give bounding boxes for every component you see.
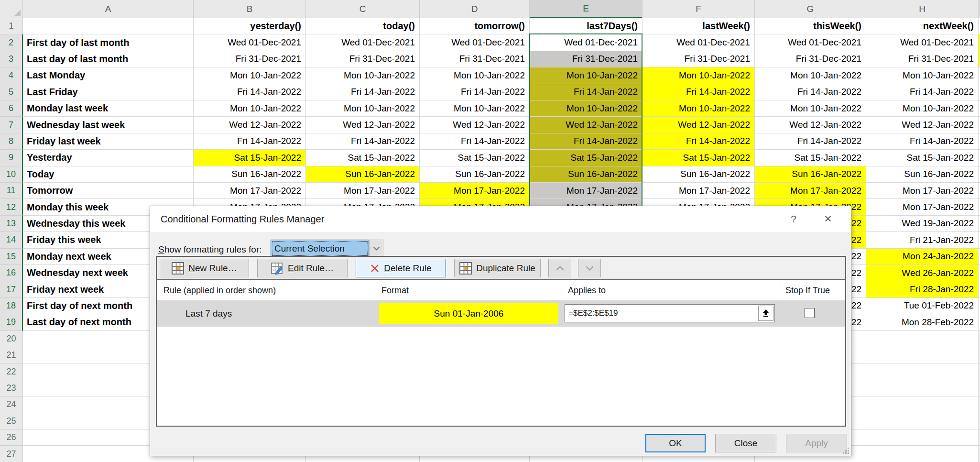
cell-A8[interactable]: Friday last week [23, 133, 194, 150]
cell-B3[interactable]: Fri 31-Dec-2021 [194, 51, 306, 67]
cell-D6[interactable]: Mon 10-Jan-2022 [420, 100, 530, 117]
cell-G11[interactable]: Mon 17-Jan-2022 [755, 183, 866, 199]
column-header-H[interactable]: H [866, 0, 979, 18]
row-header-10[interactable]: 10 [0, 166, 23, 183]
cell-D8[interactable]: Fri 14-Jan-2022 [420, 133, 530, 150]
resize-grip[interactable] [843, 448, 849, 454]
cell-A7[interactable]: Wednesday last week [23, 117, 194, 133]
cell-E7[interactable]: Wed 12-Jan-2022 [530, 117, 642, 133]
cell-H13[interactable]: Wed 19-Jan-2022 [866, 216, 979, 232]
cell-B7[interactable]: Wed 12-Jan-2022 [194, 117, 306, 133]
cell-F2[interactable]: Wed 01-Dec-2021 [642, 34, 755, 51]
cell-B5[interactable]: Fri 14-Jan-2022 [194, 84, 306, 100]
cell-F5[interactable]: Fri 14-Jan-2022 [642, 84, 755, 100]
row-header-20[interactable]: 20 [0, 331, 23, 347]
column-header-E[interactable]: E [530, 0, 642, 18]
cell-C7[interactable]: Wed 12-Jan-2022 [306, 117, 420, 133]
cell-B1[interactable]: yesterday() [194, 18, 306, 34]
cell-C2[interactable]: Wed 01-Dec-2021 [306, 34, 420, 51]
cell-F11[interactable]: Mon 17-Jan-2022 [642, 183, 755, 199]
row-header-19[interactable]: 19 [0, 314, 23, 330]
cell-B8[interactable]: Fri 14-Jan-2022 [194, 133, 306, 150]
cell-E5[interactable]: Fri 14-Jan-2022 [530, 84, 642, 100]
cell-H9[interactable]: Sat 15-Jan-2022 [866, 150, 979, 166]
apply-button[interactable]: Apply [786, 434, 847, 452]
cell-H22[interactable] [866, 363, 979, 380]
row-header-25[interactable]: 25 [0, 413, 23, 429]
cell-E4[interactable]: Mon 10-Jan-2022 [530, 67, 642, 84]
row-header-17[interactable]: 17 [0, 281, 23, 297]
cell-H7[interactable]: Wed 12-Jan-2022 [866, 117, 979, 133]
cell-C11[interactable]: Mon 17-Jan-2022 [306, 183, 420, 199]
column-header-A[interactable]: A [23, 0, 194, 18]
cell-D10[interactable]: Sun 16-Jan-2022 [420, 166, 530, 183]
cell-H5[interactable]: Fri 14-Jan-2022 [866, 84, 979, 100]
cell-B6[interactable]: Mon 10-Jan-2022 [194, 100, 306, 117]
cell-D9[interactable]: Sat 15-Jan-2022 [420, 150, 530, 166]
cell-F1[interactable]: lastWeek() [642, 18, 755, 34]
ok-button[interactable]: OK [645, 434, 706, 452]
cell-B2[interactable]: Wed 01-Dec-2021 [194, 34, 306, 51]
delete-rule-button[interactable]: Delete Rule [356, 259, 446, 277]
row-header-26[interactable]: 26 [0, 429, 23, 446]
cell-H25[interactable] [866, 413, 979, 429]
dialog-titlebar[interactable]: Conditional Formatting Rules Manager ? ✕ [150, 206, 851, 232]
cell-F7[interactable]: Wed 12-Jan-2022 [642, 117, 755, 133]
cell-D3[interactable]: Fri 31-Dec-2021 [420, 51, 530, 67]
cell-H3[interactable]: Fri 31-Dec-2021 [866, 51, 979, 67]
cell-H11[interactable]: Mon 17-Jan-2022 [866, 183, 979, 199]
column-header-F[interactable]: F [642, 0, 755, 18]
close-icon[interactable]: ✕ [818, 209, 838, 229]
stop-if-true-checkbox[interactable] [805, 308, 815, 318]
cell-H2[interactable]: Wed 01-Dec-2021 [866, 34, 979, 51]
cell-E6[interactable]: Mon 10-Jan-2022 [530, 100, 642, 117]
new-rule-button[interactable]: New Rule… [160, 259, 249, 277]
cell-H23[interactable] [866, 380, 979, 396]
cell-A3[interactable]: Last day of last month [23, 51, 194, 67]
cell-H6[interactable]: Mon 10-Jan-2022 [866, 100, 979, 117]
cell-F9[interactable]: Sat 15-Jan-2022 [642, 150, 755, 166]
cell-G8[interactable]: Fri 14-Jan-2022 [755, 133, 866, 150]
cell-D4[interactable]: Mon 10-Jan-2022 [420, 67, 530, 84]
cell-B9[interactable]: Sat 15-Jan-2022 [194, 150, 306, 166]
cell-A11[interactable]: Tomorrow [23, 183, 194, 199]
help-icon[interactable]: ? [784, 209, 803, 229]
cell-G9[interactable]: Sat 15-Jan-2022 [755, 150, 866, 166]
cell-H16[interactable]: Wed 26-Jan-2022 [866, 265, 979, 281]
cell-G3[interactable]: Fri 31-Dec-2021 [755, 51, 866, 67]
cell-E10[interactable]: Sun 16-Jan-2022 [530, 166, 642, 183]
cell-E11[interactable]: Mon 17-Jan-2022 [530, 183, 642, 199]
cell-G7[interactable]: Wed 12-Jan-2022 [755, 117, 866, 133]
select-all-corner[interactable] [0, 0, 23, 18]
cell-H27[interactable] [866, 446, 979, 462]
row-header-18[interactable]: 18 [0, 298, 23, 314]
cell-H15[interactable]: Mon 24-Jan-2022 [866, 249, 979, 265]
cell-E1[interactable]: last7Days() [530, 18, 642, 34]
cell-H4[interactable]: Mon 10-Jan-2022 [866, 67, 979, 84]
row-header-12[interactable]: 12 [0, 199, 23, 215]
cell-H10[interactable]: Sun 16-Jan-2022 [866, 166, 979, 183]
cell-H20[interactable] [866, 331, 979, 347]
cell-C8[interactable]: Fri 14-Jan-2022 [306, 133, 420, 150]
cell-C4[interactable]: Mon 10-Jan-2022 [306, 67, 420, 84]
cell-H19[interactable]: Mon 28-Feb-2022 [866, 314, 979, 330]
applies-to-input[interactable]: =$E$2:$E$19 [565, 304, 775, 322]
row-header-21[interactable]: 21 [0, 347, 23, 363]
row-header-16[interactable]: 16 [0, 265, 23, 281]
cell-H14[interactable]: Fri 21-Jan-2022 [866, 232, 979, 248]
cell-D11[interactable]: Mon 17-Jan-2022 [420, 183, 530, 199]
row-header-3[interactable]: 3 [0, 51, 23, 67]
scope-combobox[interactable]: Current Selection [271, 240, 383, 257]
row-header-23[interactable]: 23 [0, 380, 23, 396]
cell-C9[interactable]: Sat 15-Jan-2022 [306, 150, 420, 166]
cell-D5[interactable]: Fri 14-Jan-2022 [420, 84, 530, 100]
cell-B11[interactable]: Mon 17-Jan-2022 [194, 183, 306, 199]
cell-H17[interactable]: Fri 28-Jan-2022 [866, 281, 979, 297]
collapse-dialog-range-icon[interactable] [758, 306, 773, 321]
cell-H12[interactable]: Mon 17-Jan-2022 [866, 199, 979, 215]
cell-F8[interactable]: Fri 14-Jan-2022 [642, 133, 755, 150]
cell-A5[interactable]: Last Friday [23, 84, 194, 100]
cell-F10[interactable]: Sun 16-Jan-2022 [642, 166, 755, 183]
cell-C1[interactable]: today() [306, 18, 420, 34]
cell-D7[interactable]: Wed 12-Jan-2022 [420, 117, 530, 133]
